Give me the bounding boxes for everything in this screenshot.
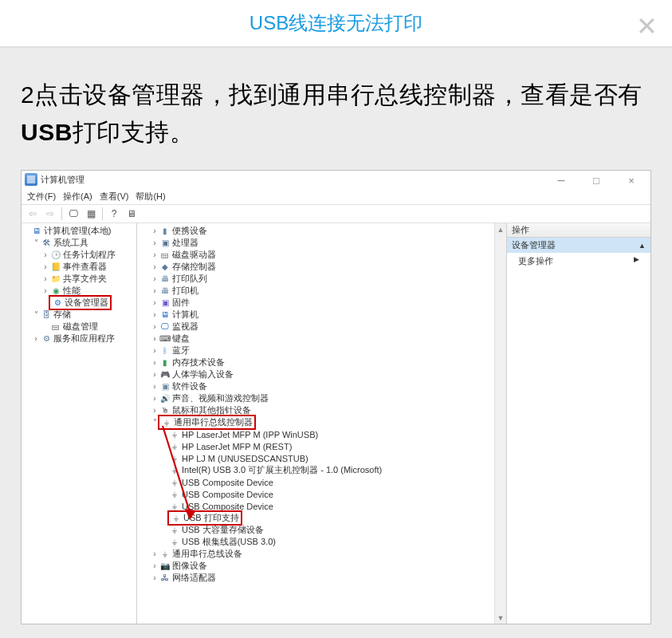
cat-disk-drives[interactable]: ›🖴磁盘驱动器 (140, 249, 506, 261)
toolbar-help-icon[interactable]: ? (106, 206, 122, 222)
minimize-button[interactable]: – (544, 172, 579, 188)
cat-usb-controllers[interactable]: ˅⏚通用串行总线控制器 (140, 416, 506, 428)
scroll-up-button[interactable]: ▲ (495, 223, 506, 235)
cat-memory-tech[interactable]: ›▮内存技术设备 (140, 356, 506, 368)
computer-icon: 🖥 (31, 226, 42, 237)
back-button[interactable]: ⇦ (25, 206, 41, 222)
usb-hp2[interactable]: ⏚HP LaserJet MFP M (REST) (140, 440, 506, 452)
cat-print-queues[interactable]: ›🖶打印队列 (140, 273, 506, 285)
cat-storage-controllers[interactable]: ›◆存储控制器 (140, 261, 506, 273)
instruction-prefix: 2点击设备管理器，找到通用串行总线控制器，查看是否有 (21, 81, 643, 108)
portable-icon: ▮ (159, 226, 171, 237)
tree-device-manager[interactable]: ⚙设备管理器 (22, 297, 136, 309)
usb-hp1[interactable]: ⏚HP LaserJet MFP M (IPP WinUSB) (140, 428, 506, 440)
toolbar-properties-icon[interactable]: ▦ (83, 206, 99, 222)
usb-device-icon: ⏚ (169, 537, 180, 548)
toolbar-monitor-icon[interactable]: 🖥 (124, 206, 140, 222)
network-icon: 🖧 (159, 573, 171, 584)
actions-selected-label: 设备管理器 (512, 239, 556, 251)
cat-usb-devices[interactable]: ›⏚通用串行总线设备 (140, 548, 506, 560)
menu-view[interactable]: 查看(V) (97, 190, 132, 203)
disk-icon: 🖴 (50, 321, 61, 333)
usb-print-support[interactable]: ⏚USB 打印支持 (140, 512, 506, 524)
services-icon: ⚙ (41, 333, 52, 345)
usb-device-icon: ⏚ (169, 429, 180, 440)
usb-device-icon: ⏚ (171, 513, 182, 524)
menubar: 文件(F) 操作(A) 查看(V) 帮助(H) (22, 188, 650, 204)
content-area: 2点击设备管理器，找到通用串行总线控制器，查看是否有USB打印支持。 计算机管理… (0, 48, 672, 638)
toolbar-separator (102, 207, 103, 220)
book-icon: 📒 (50, 262, 61, 273)
usb-composite-1[interactable]: ⏚USB Composite Device (140, 476, 506, 488)
submenu-arrow-icon: ▶ (634, 255, 639, 267)
menu-file[interactable]: 文件(F) (25, 190, 58, 203)
page-header: USB线连接无法打印 ✕ (0, 0, 672, 48)
storage-icon: 🗄 (41, 309, 52, 321)
vertical-scrollbar[interactable]: ▲ ▼ (494, 223, 506, 624)
cat-bluetooth[interactable]: ›ᛒ蓝牙 (140, 345, 506, 356)
tree-task-scheduler[interactable]: ›🕒任务计划程序 (22, 249, 136, 261)
firmware-icon: ▣ (159, 297, 171, 309)
usb-hp3[interactable]: ⏚HP LJ M (UNUSEDSCANSTUB) (140, 452, 506, 464)
cat-software-devices[interactable]: ›▣软件设备 (140, 380, 506, 392)
cat-monitors[interactable]: ›🖵监视器 (140, 321, 506, 333)
cat-computer[interactable]: ›🖥计算机 (140, 309, 506, 321)
menu-action[interactable]: 操作(A) (61, 190, 95, 203)
software-icon: ▣ (159, 381, 171, 392)
usb-device-icon: ⏚ (169, 489, 180, 500)
maximize-button[interactable]: □ (579, 172, 614, 188)
device-manager-window: 计算机管理 – □ × 文件(F) 操作(A) 查看(V) 帮助(H) ⇦ ⇨ … (21, 170, 651, 624)
actions-more[interactable]: 更多操作 ▶ (507, 253, 650, 270)
actions-more-label: 更多操作 (518, 255, 553, 267)
memory-icon: ▮ (159, 357, 171, 368)
tree-shared-folders[interactable]: ›📁共享文件夹 (22, 273, 136, 285)
usb-composite-2[interactable]: ⏚USB Composite Device (140, 488, 506, 500)
tree-root[interactable]: 🖥计算机管理(本地) (22, 225, 136, 237)
monitor-icon: 🖵 (159, 321, 171, 333)
usb-device-icon: ⏚ (169, 441, 180, 452)
scroll-down-button[interactable]: ▼ (495, 612, 506, 624)
usb-device-icon: ⏚ (169, 453, 180, 464)
actions-selected-item[interactable]: 设备管理器 ▲ (507, 238, 650, 253)
cat-keyboards[interactable]: ›⌨键盘 (140, 333, 506, 345)
tree-disk-management[interactable]: 🖴磁盘管理 (22, 321, 136, 333)
cat-imaging-devices[interactable]: ›📷图像设备 (140, 560, 506, 572)
instruction-suffix: 打印支持。 (73, 119, 195, 145)
device-tree-pane: ›▮便携设备 ›▣处理器 ›🖴磁盘驱动器 ›◆存储控制器 ›🖶打印队列 ›🖶打印… (137, 223, 507, 624)
cat-hid[interactable]: ›🎮人体学输入设备 (140, 368, 506, 380)
cat-firmware[interactable]: ›▣固件 (140, 297, 506, 309)
hid-icon: 🎮 (159, 369, 171, 380)
print-queue-icon: 🖶 (159, 274, 171, 285)
usb-device-icon: ⏚ (169, 465, 180, 476)
tree-event-viewer[interactable]: ›📒事件查看器 (22, 261, 136, 273)
usb-icon: ⏚ (159, 549, 171, 560)
window-close-button[interactable]: × (614, 172, 649, 188)
cat-portable[interactable]: ›▮便携设备 (140, 225, 506, 237)
usb-device-icon: ⏚ (169, 525, 180, 536)
window-titlebar: 计算机管理 – □ × (22, 171, 650, 188)
tree-services[interactable]: ›⚙服务和应用程序 (22, 333, 136, 345)
clock-icon: 🕒 (50, 250, 61, 261)
tree-storage[interactable]: ˅🗄存储 (22, 309, 136, 321)
computer-icon: 🖥 (159, 309, 171, 321)
actions-header: 操作 (507, 223, 650, 238)
cat-audio[interactable]: ›🔊声音、视频和游戏控制器 (140, 392, 506, 404)
close-button[interactable]: ✕ (636, 11, 658, 41)
device-manager-icon: ⚙ (52, 297, 63, 309)
cat-printers[interactable]: ›🖶打印机 (140, 285, 506, 297)
forward-button[interactable]: ⇨ (42, 206, 58, 222)
menu-help[interactable]: 帮助(H) (133, 190, 167, 203)
cat-network-adapters[interactable]: ›🖧网络适配器 (140, 572, 506, 584)
toolbar-console-icon[interactable]: 🖵 (65, 206, 81, 222)
keyboard-icon: ⌨ (159, 333, 171, 345)
cat-processors[interactable]: ›▣处理器 (140, 237, 506, 249)
folder-icon: 📁 (50, 274, 61, 285)
usb-mass-storage[interactable]: ⏚USB 大容量存储设备 (140, 524, 506, 536)
usb-device-icon: ⏚ (169, 477, 180, 488)
window-body: 🖥计算机管理(本地) ˅🛠系统工具 ›🕒任务计划程序 ›📒事件查看器 ›📁共享文… (22, 223, 650, 624)
tree-system-tools[interactable]: ˅🛠系统工具 (22, 237, 136, 249)
page-title: USB线连接无法打印 (250, 10, 422, 36)
imaging-icon: 📷 (159, 561, 171, 572)
usb-root-hub[interactable]: ⏚USB 根集线器(USB 3.0) (140, 536, 506, 548)
usb-intel[interactable]: ⏚Intel(R) USB 3.0 可扩展主机控制器 - 1.0 (Micros… (140, 464, 506, 476)
